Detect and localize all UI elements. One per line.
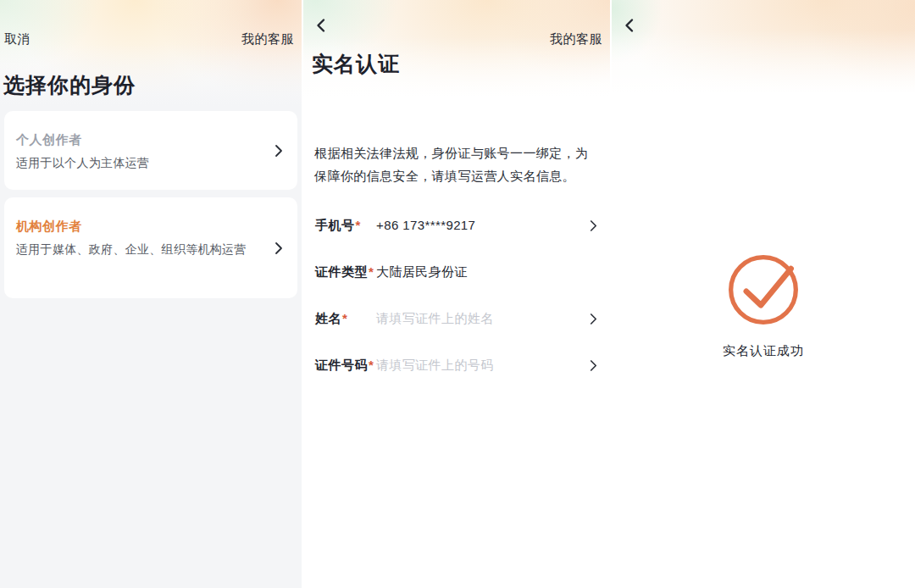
field-row-id-type: 证件类型* 大陆居民身份证 <box>303 259 610 285</box>
page-title: 选择你的身份 <box>3 71 136 99</box>
header-gradient <box>612 0 915 102</box>
required-asterisk: * <box>342 311 347 325</box>
chevron-right-icon <box>274 144 284 158</box>
field-row-phone[interactable]: 手机号* +86 173****9217 <box>303 213 610 238</box>
card-title: 机构创作者 <box>16 219 82 235</box>
required-asterisk: * <box>369 264 374 279</box>
chevron-right-icon <box>589 219 598 232</box>
chevron-right-icon <box>589 359 598 372</box>
field-placeholder: 请填写证件上的号码 <box>376 358 494 374</box>
legal-description: 根据相关法律法规，身份证与账号一一绑定，为保障你的信息安全，请填写运营人实名信息… <box>314 141 599 187</box>
identity-card-organization[interactable]: 机构创作者 适用于媒体、政府、企业、组织等机构运营 <box>4 197 297 298</box>
field-label: 手机号* <box>315 218 361 234</box>
screen-realname-form: 我的客服 实名认证 根据相关法律法规，身份证与账号一一绑定，为保障你的信息安全，… <box>303 0 610 588</box>
three-screen-flow: 取消 我的客服 选择你的身份 个人创作者 适用于以个人为主体运营 机构创作者 适… <box>0 0 915 588</box>
field-label: 姓名* <box>315 311 347 327</box>
required-asterisk: * <box>356 218 361 232</box>
field-value: +86 173****9217 <box>376 218 475 232</box>
support-link[interactable]: 我的客服 <box>241 31 294 47</box>
chevron-right-icon <box>274 241 284 255</box>
chevron-right-icon <box>589 313 598 325</box>
cancel-button[interactable]: 取消 <box>4 31 30 47</box>
card-subtitle: 适用于媒体、政府、企业、组织等机构运营 <box>16 240 260 258</box>
screen-choose-identity: 取消 我的客服 选择你的身份 个人创作者 适用于以个人为主体运营 机构创作者 适… <box>0 0 302 588</box>
required-asterisk: * <box>369 358 374 372</box>
card-title: 个人创作者 <box>16 132 82 148</box>
field-row-name[interactable]: 姓名* 请填写证件上的姓名 <box>303 306 610 331</box>
success-check-icon <box>612 251 915 332</box>
field-value: 大陆居民身份证 <box>376 264 468 280</box>
support-link[interactable]: 我的客服 <box>550 31 602 47</box>
field-placeholder: 请填写证件上的姓名 <box>376 311 494 327</box>
card-subtitle: 适用于以个人为主体运营 <box>16 153 260 172</box>
back-icon[interactable] <box>622 18 637 33</box>
identity-card-personal[interactable]: 个人创作者 适用于以个人为主体运营 <box>4 111 297 190</box>
page-title: 实名认证 <box>312 50 400 78</box>
back-icon[interactable] <box>313 18 329 33</box>
field-row-id-number[interactable]: 证件号码* 请填写证件上的号码 <box>303 352 610 378</box>
screen-verification-success: 实名认证成功 <box>612 0 915 588</box>
field-label: 证件号码* <box>315 358 374 374</box>
success-message: 实名认证成功 <box>612 343 915 359</box>
field-label: 证件类型* <box>315 264 374 280</box>
